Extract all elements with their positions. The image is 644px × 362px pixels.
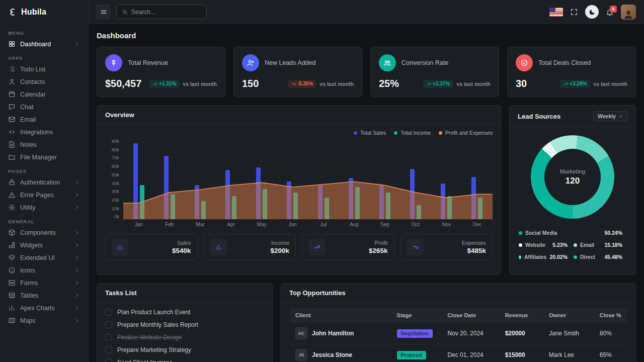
x-tick: Oct [400, 222, 431, 227]
bar-total-income [232, 196, 236, 219]
sidebar-item-icons[interactable]: Icons [4, 264, 84, 277]
bar-group-apr [216, 139, 247, 219]
task-checkbox[interactable] [105, 346, 112, 353]
dark-mode-button[interactable] [585, 5, 599, 19]
bar-total-sales [471, 177, 476, 219]
column-header-close-date: Close Date [441, 308, 499, 323]
lead-legend-label: Email [580, 242, 594, 248]
chevron-right-icon [74, 280, 80, 286]
sidebar-item-label: Forms [20, 280, 70, 287]
sidebar-item-file-manager[interactable]: File Manager [4, 151, 84, 163]
sidebar-section-general: General [8, 219, 80, 224]
chart-icon [210, 239, 227, 255]
leads-filter-value: Weekly [598, 113, 616, 119]
bar-total-income [478, 198, 482, 219]
sidebar-item-authentication[interactable]: Authentication [4, 176, 84, 189]
client-name: Jessica Stone [312, 351, 352, 358]
check-icon [516, 54, 533, 71]
bar-group-sep [369, 139, 400, 219]
task-checkbox[interactable] [105, 359, 112, 362]
legend-item-total-sales: Total Sales [354, 130, 386, 136]
bar-group-oct [400, 139, 431, 219]
moon-icon [589, 9, 596, 16]
app-root: Hubila MenuDashboardAppsTodo ListContact… [0, 0, 644, 362]
stat-card-conversion-rate: Conversion Rate25%+2.37%vs last month [370, 47, 499, 97]
sidebar-item-maps[interactable]: Maps [4, 314, 84, 327]
form-icon [8, 279, 16, 287]
sidebar-item-error-pages[interactable]: Error Pages [4, 189, 84, 201]
sidebar-section-apps: Apps [8, 55, 80, 61]
donut-center: Marketing 120 [544, 149, 601, 205]
overview-tile-expenses: Expenses$485k [400, 234, 493, 260]
widget-icon [8, 241, 16, 249]
task-checkbox[interactable] [105, 334, 112, 341]
user-avatar[interactable] [621, 5, 636, 20]
tasks-list-card: Tasks List Plan Product Launch EventPrep… [97, 283, 273, 362]
bar-total-sales [164, 156, 169, 219]
lead-legend-value: 20.02% [549, 254, 572, 260]
mail-icon [8, 116, 16, 123]
sidebar-item-label: Components [20, 229, 70, 236]
sidebar-item-todo-list[interactable]: Todo List [4, 63, 84, 75]
bar-total-income [447, 196, 452, 219]
userplus-icon [242, 54, 259, 71]
search-input[interactable] [131, 9, 201, 16]
sidebar-item-email[interactable]: Email [4, 113, 84, 126]
lead-legend-email: Email15.18% [573, 239, 627, 251]
language-flag-button[interactable] [549, 8, 563, 17]
search-box[interactable] [116, 5, 207, 19]
sidebar-item-apex-charts[interactable]: Apex Charts [4, 302, 84, 314]
leads-filter-select[interactable]: Weekly [593, 111, 627, 121]
brand[interactable]: Hubila [0, 0, 88, 24]
task-checkbox[interactable] [105, 309, 112, 316]
chevron-right-icon [74, 242, 80, 248]
sidebar-item-dashboard[interactable]: Dashboard [4, 38, 84, 50]
trendUp-icon [308, 239, 325, 255]
tasks-body: Plan Product Launch EventPrepare Monthly… [97, 303, 272, 362]
sidebar-item-utility[interactable]: Utility [4, 201, 84, 214]
column-header-revenue: Revenue [499, 308, 543, 323]
y-tick: 30k [105, 189, 119, 194]
lead-legend-label: Social Media [525, 230, 557, 236]
sidebar-item-contacts[interactable]: Contacts [4, 75, 84, 88]
mid-row: Overview Total SalesTotal IncomeProfit a… [97, 105, 636, 275]
task-item-prepare-marketing-strategy[interactable]: Prepare Marketing Strategy [105, 343, 264, 356]
menu-toggle-button[interactable] [97, 5, 110, 19]
column-header-owner: Owner [543, 308, 594, 323]
sidebar: Hubila MenuDashboardAppsTodo ListContact… [0, 0, 89, 362]
sidebar-item-tables[interactable]: Tables [4, 289, 84, 302]
task-checkbox[interactable] [105, 321, 112, 328]
task-item-prepare-monthly-sales-report[interactable]: Prepare Monthly Sales Report [105, 318, 264, 331]
y-tick: 50k [105, 172, 119, 177]
lead-legend-direct: Direct45.48% [573, 251, 627, 263]
revenue: $15000 [499, 344, 543, 362]
y-tick: 60k [105, 164, 119, 169]
table-row[interactable]: ACJohn HamiltonNegotiationNov 20, 2024$2… [289, 323, 627, 344]
stat-delta-badge: -5.35% [288, 80, 316, 88]
sidebar-item-forms[interactable]: Forms [4, 277, 84, 289]
sidebar-item-notes[interactable]: Notes [4, 138, 84, 151]
x-tick: Feb [154, 222, 185, 227]
task-item-send-client-invoices[interactable]: Send Client Invoices [105, 356, 264, 362]
bar-total-income [263, 189, 267, 219]
sidebar-item-chat[interactable]: Chat [4, 101, 84, 113]
sidebar-item-extended-ui[interactable]: Extended UI [4, 251, 84, 264]
lead-legend-label: Direct [580, 254, 595, 260]
chart-icon [8, 304, 16, 312]
task-item-plan-product-launch-event[interactable]: Plan Product Launch Event [105, 306, 264, 318]
sidebar-item-components[interactable]: Components [4, 226, 84, 239]
sidebar-item-widgets[interactable]: Widgets [4, 239, 84, 251]
calendar-icon [8, 90, 16, 98]
fullscreen-button[interactable] [570, 8, 578, 16]
sidebar-item-integrations[interactable]: Integrations [4, 126, 84, 138]
task-item-finalize-website-design[interactable]: Finalize Website Design [105, 331, 264, 343]
smile-icon [8, 266, 16, 274]
tile-label: Expenses [462, 240, 486, 246]
table-row[interactable]: JSJessica StoneProposalDec 01, 2024$1500… [289, 344, 627, 362]
sidebar-item-label: Integrations [20, 129, 80, 136]
tile-value: $200k [270, 247, 289, 254]
overview-legend: Total SalesTotal IncomeProfit and Expens… [105, 130, 493, 136]
bar-total-income [201, 201, 206, 219]
bar-total-sales [225, 170, 230, 219]
sidebar-item-calendar[interactable]: Calendar [4, 88, 84, 101]
